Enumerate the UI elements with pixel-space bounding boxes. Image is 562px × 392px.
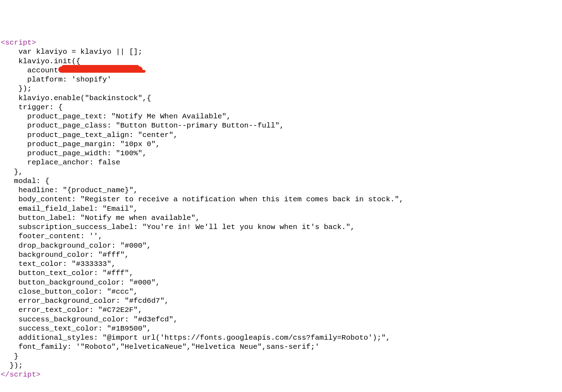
code-text: account xyxy=(1,66,58,74)
code-block: <script> var klaviyo = klaviyo || []; kl… xyxy=(1,38,561,379)
code-line: button_text_color: "#fff", xyxy=(1,269,561,278)
script-close-tag: </script> xyxy=(1,371,40,379)
code-line-redacted: account xyxy=(1,66,561,75)
code-line: additional_styles: "@import url('https:/… xyxy=(1,333,561,342)
code-line: button_background_color: "#000", xyxy=(1,278,561,287)
code-line: error_background_color: "#fcd6d7", xyxy=(1,296,561,306)
code-line: }); xyxy=(1,361,561,370)
code-line: email_field_label: "Email", xyxy=(1,204,561,214)
code-line: modal: { xyxy=(1,177,561,186)
redaction-mark xyxy=(58,66,143,73)
code-line: platform: 'shopify' xyxy=(1,75,561,84)
code-line: }); xyxy=(1,84,561,93)
code-line: product_page_margin: "10px 0", xyxy=(1,140,561,149)
code-line: button_label: "Notify me when available"… xyxy=(1,214,561,223)
code-line: subscription_success_label: "You're in! … xyxy=(1,223,561,232)
script-open-tag: <script> xyxy=(1,39,36,47)
code-line: trigger: { xyxy=(1,103,561,112)
code-line: drop_background_color: "#000", xyxy=(1,241,561,250)
code-line: product_page_text: "Notify Me When Avail… xyxy=(1,112,561,121)
code-line: product_page_class: "Button Button--prim… xyxy=(1,121,561,130)
code-line: error_text_color: "#C72E2F", xyxy=(1,306,561,315)
code-line: close_button_color: "#ccc", xyxy=(1,287,561,296)
code-line: success_background_color: "#d3efcd", xyxy=(1,315,561,324)
code-line: text_color: "#333333", xyxy=(1,260,561,269)
code-line: }, xyxy=(1,168,561,177)
code-line: klaviyo.init({ xyxy=(1,57,561,66)
code-line: } xyxy=(1,352,561,361)
code-line: footer_content: '', xyxy=(1,232,561,241)
code-line: background_color: "#fff", xyxy=(1,250,561,260)
code-line: font_family: '"Roboto","HelveticaNeue","… xyxy=(1,342,561,352)
code-line: product_page_text_align: "center", xyxy=(1,131,561,140)
code-line: replace_anchor: false xyxy=(1,158,561,167)
code-line: product_page_width: "100%", xyxy=(1,149,561,158)
code-line: headline: "{product_name}", xyxy=(1,186,561,195)
code-line: var klaviyo = klaviyo || []; xyxy=(1,47,561,57)
code-line: body_content: "Register to receive a not… xyxy=(1,195,561,204)
code-line: klaviyo.enable("backinstock",{ xyxy=(1,94,561,103)
code-line: success_text_color: "#1B9500", xyxy=(1,324,561,333)
